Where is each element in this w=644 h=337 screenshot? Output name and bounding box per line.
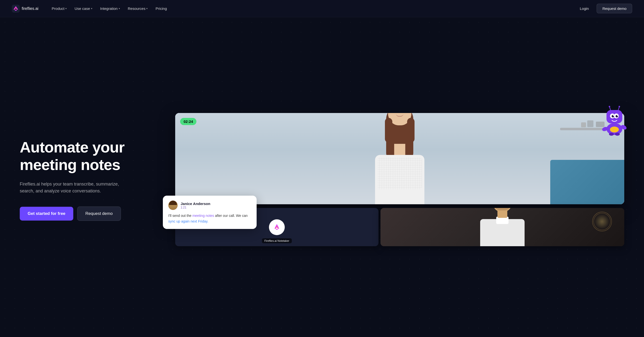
- man-video-tile: [380, 208, 624, 246]
- hero-subtitle: Fireflies.ai helps your team transcribe,…: [20, 180, 123, 195]
- chat-transcript-bubble: Janice Anderson 1:21 I'll send out the m…: [163, 196, 256, 229]
- nav-item-resources[interactable]: Resources ▾: [124, 4, 151, 12]
- speaker-info: Janice Anderson 1:21: [180, 202, 210, 209]
- chat-header: Janice Anderson 1:21: [168, 200, 251, 210]
- main-video-card: 02:24: [175, 113, 624, 204]
- request-demo-hero-button[interactable]: Request demo: [77, 206, 121, 221]
- svg-point-19: [272, 222, 282, 232]
- notetaker-logo-svg: [272, 222, 282, 232]
- nav-actions: Login Request demo: [576, 4, 632, 13]
- nav-item-usecase[interactable]: Use case ▾: [71, 4, 96, 12]
- get-started-button[interactable]: Get started for free: [20, 207, 73, 220]
- brand-name: fireflies.ai: [22, 6, 38, 11]
- hero-cta-group: Get started for free Request demo: [20, 206, 148, 221]
- chat-transcript-text: I'll send out the meeting notes after ou…: [168, 213, 251, 224]
- hero-visual: 02:24 Janice Anderson 1:21 I'll send out…: [163, 113, 624, 246]
- hero-section: Automate your meeting notes Fireflies.ai…: [0, 17, 644, 337]
- hero-title: Automate your meeting notes: [20, 138, 148, 174]
- notetaker-logo: [269, 219, 285, 235]
- robot-mascot: [600, 106, 629, 140]
- woman-background: [175, 113, 624, 204]
- svg-point-9: [612, 115, 614, 118]
- product-chevron-icon: ▾: [66, 7, 66, 10]
- speaker-name: Janice Anderson: [180, 202, 210, 206]
- brand-logo[interactable]: fireflies.ai: [12, 5, 38, 12]
- navbar: fireflies.ai Product ▾ Use case ▾ Integr…: [0, 0, 644, 17]
- svg-rect-1: [15, 10, 17, 10]
- svg-rect-20: [276, 229, 278, 230]
- notetaker-label-text: Fireflies.ai Notetaker: [262, 238, 292, 243]
- nav-links: Product ▾ Use case ▾ Integration ▾ Resou…: [48, 4, 576, 12]
- svg-point-16: [610, 126, 619, 132]
- speaker-timestamp: 1:21: [180, 206, 210, 209]
- svg-point-12: [617, 115, 618, 116]
- nav-item-product[interactable]: Product ▾: [48, 4, 70, 12]
- chat-highlight-sync: sync up again next Friday.: [168, 219, 208, 223]
- robot-svg: [600, 106, 629, 140]
- svg-point-10: [616, 115, 618, 118]
- speaker-avatar: [168, 200, 178, 210]
- call-timer: 02:24: [180, 118, 196, 125]
- svg-rect-0: [12, 5, 20, 12]
- man-background: [380, 208, 624, 246]
- chat-highlight-meeting-notes: meeting notes: [192, 214, 214, 218]
- logo-icon: [12, 5, 20, 12]
- integration-chevron-icon: ▾: [119, 7, 120, 10]
- nav-item-pricing[interactable]: Pricing: [152, 4, 170, 12]
- chat-text-before: I'll send out the: [168, 214, 192, 218]
- svg-point-3: [609, 106, 610, 107]
- svg-line-4: [618, 107, 619, 110]
- svg-line-2: [610, 107, 611, 110]
- usecase-chevron-icon: ▾: [91, 7, 92, 10]
- hero-content: Automate your meeting notes Fireflies.ai…: [20, 138, 148, 221]
- svg-point-17: [609, 133, 614, 136]
- resources-chevron-icon: ▾: [146, 7, 148, 10]
- login-button[interactable]: Login: [576, 4, 593, 12]
- chat-text-middle: after our call. We can: [214, 214, 248, 218]
- request-demo-nav-button[interactable]: Request demo: [597, 4, 632, 13]
- svg-point-5: [618, 106, 620, 107]
- svg-point-18: [615, 133, 620, 136]
- nav-item-integration[interactable]: Integration ▾: [97, 4, 123, 12]
- svg-point-11: [613, 115, 614, 116]
